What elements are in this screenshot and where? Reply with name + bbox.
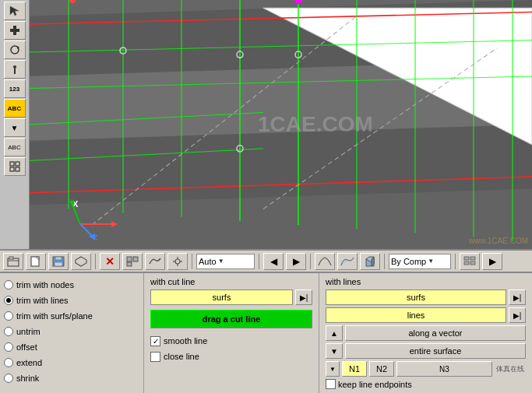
radio-trim-nodes[interactable]: trim with nodes (4, 277, 139, 293)
tb-cube[interactable] (360, 253, 380, 270)
toolbar-123[interactable]: 123 (4, 79, 26, 98)
svg-rect-56 (127, 257, 132, 261)
svg-rect-49 (9, 257, 13, 259)
panel-area: trim with nodes trim with lines trim wit… (0, 272, 532, 393)
right-lines-nav[interactable]: ▶| (509, 307, 526, 323)
along-vector-row: ▲ along a vector (326, 325, 526, 341)
tb-bycomp-dropdown[interactable]: By Comp ▼ (389, 254, 451, 269)
toolbar-abc-yellow[interactable]: ABC (4, 99, 26, 118)
right-lines-input[interactable]: lines (326, 307, 506, 323)
tb-auto-arrow: ▼ (218, 258, 224, 265)
keep-endpoints-checkbox[interactable] (326, 379, 336, 389)
svg-point-38 (69, 0, 76, 3)
radio-dot-shrink (4, 374, 13, 383)
tb-prev[interactable]: ◀ (263, 253, 284, 270)
lines-title: with lines (326, 277, 526, 286)
tb-auto-dropdown[interactable]: Auto ▼ (196, 254, 255, 269)
middle-panel: with cut line surfs ▶| drag a cut line s… (144, 273, 319, 393)
svg-point-34 (237, 51, 243, 58)
entire-surface-down[interactable]: ▼ (326, 343, 343, 359)
radio-label-shrink: shrink (16, 374, 39, 383)
toolbar-abc-2[interactable]: ABC (4, 138, 26, 156)
along-vector-up[interactable]: ▲ (326, 325, 343, 341)
svg-rect-2 (13, 26, 16, 35)
svg-rect-69 (464, 261, 469, 265)
n2-btn[interactable]: N2 (369, 361, 394, 377)
right-surfs-row: surfs ▶| (326, 289, 526, 305)
smooth-line-checkbox[interactable] (150, 336, 160, 346)
tb-icon-b[interactable] (337, 253, 358, 270)
surfs-input[interactable]: surfs (150, 289, 293, 305)
svg-point-37 (294, 0, 302, 4)
toolbar-rotate[interactable] (4, 40, 26, 59)
radio-dot-extend (4, 358, 13, 367)
tb-delete[interactable]: ✕ (100, 253, 120, 270)
toolbar-arrow-down[interactable]: ▼ (4, 118, 26, 137)
svg-marker-55 (76, 257, 86, 266)
keep-endpoints-row: keep line endpoints (326, 379, 526, 389)
toolbar-pan[interactable] (4, 60, 26, 79)
svg-text:Y: Y (70, 198, 75, 205)
tb-mesh[interactable] (122, 253, 143, 270)
svg-rect-54 (55, 262, 62, 266)
surfs-nav-btn[interactable]: ▶| (295, 289, 312, 305)
toolbar-view[interactable] (4, 157, 26, 176)
svg-point-35 (237, 146, 243, 152)
right-surfs-input[interactable]: surfs (326, 289, 506, 305)
radio-shrink[interactable]: shrink (4, 370, 139, 386)
svg-rect-10 (16, 167, 19, 171)
tb-sep-4 (310, 254, 311, 269)
drag-cut-line-btn[interactable]: drag a cut line (150, 310, 312, 328)
viewport-watermark: 1CAE.COM (258, 112, 373, 137)
svg-rect-7 (10, 162, 14, 166)
tb-gear[interactable] (167, 253, 188, 270)
tb-open[interactable] (3, 253, 23, 270)
keep-endpoints-label: keep line endpoints (338, 380, 412, 389)
svg-point-5 (13, 65, 16, 68)
left-toolbar: 123 ABC ▼ ABC (0, 0, 30, 249)
radio-trim-surfs[interactable]: trim with surfs/plane (4, 308, 139, 324)
svg-rect-9 (10, 167, 14, 171)
radio-dot-trim-lines (4, 296, 13, 305)
tb-sep-2 (192, 254, 192, 269)
right-surfs-nav[interactable]: ▶| (509, 289, 526, 305)
toolbar-select[interactable] (4, 2, 26, 20)
tb-grid[interactable] (460, 253, 480, 270)
tb-icon-a[interactable] (315, 253, 335, 270)
tb-bycomp-label: By Comp (391, 257, 426, 266)
radio-extend[interactable]: extend (4, 355, 139, 370)
n-dropdown[interactable]: ▼ (326, 361, 340, 377)
tb-next[interactable]: ▶ (286, 253, 306, 270)
entire-surface-btn[interactable]: entire surface (345, 343, 526, 359)
radio-untrim[interactable]: untrim (4, 324, 139, 339)
svg-line-28 (30, 76, 532, 88)
app-container: 123 ABC ▼ ABC 1CAE.COM (0, 0, 532, 393)
tb-model[interactable] (71, 253, 91, 270)
radio-dot-offset (4, 342, 13, 352)
toolbar-zoom[interactable] (4, 21, 26, 40)
along-vector-btn[interactable]: along a vector (345, 325, 526, 341)
radio-trim-lines[interactable]: trim with lines (4, 293, 139, 308)
svg-rect-6 (14, 68, 16, 74)
tb-more[interactable]: ▶ (482, 253, 502, 270)
svg-point-33 (120, 47, 126, 54)
tb-bycomp-arrow: ▼ (428, 258, 434, 265)
svg-line-30 (30, 149, 263, 160)
close-line-row: close line (150, 349, 312, 364)
radio-label-offset: offset (16, 342, 37, 352)
tb-surf[interactable] (145, 253, 165, 270)
radio-label-extend: extend (16, 358, 42, 367)
radio-dot-trim-surfs (4, 311, 13, 321)
tb-save[interactable] (48, 253, 69, 270)
radio-offset[interactable]: offset (4, 339, 139, 355)
surfs-input-row: surfs ▶| (150, 289, 312, 305)
right-panel: with lines surfs ▶| lines ▶| ▲ along a v… (319, 273, 532, 393)
tb-new[interactable] (26, 253, 46, 270)
close-line-checkbox[interactable] (150, 352, 160, 362)
svg-marker-15 (263, 8, 532, 144)
svg-line-31 (92, 16, 357, 225)
n1-btn[interactable]: N1 (342, 361, 367, 377)
n3-btn[interactable]: N3 (396, 361, 492, 377)
tb-sep-1 (95, 254, 96, 269)
radio-label-untrim: untrim (16, 327, 41, 336)
